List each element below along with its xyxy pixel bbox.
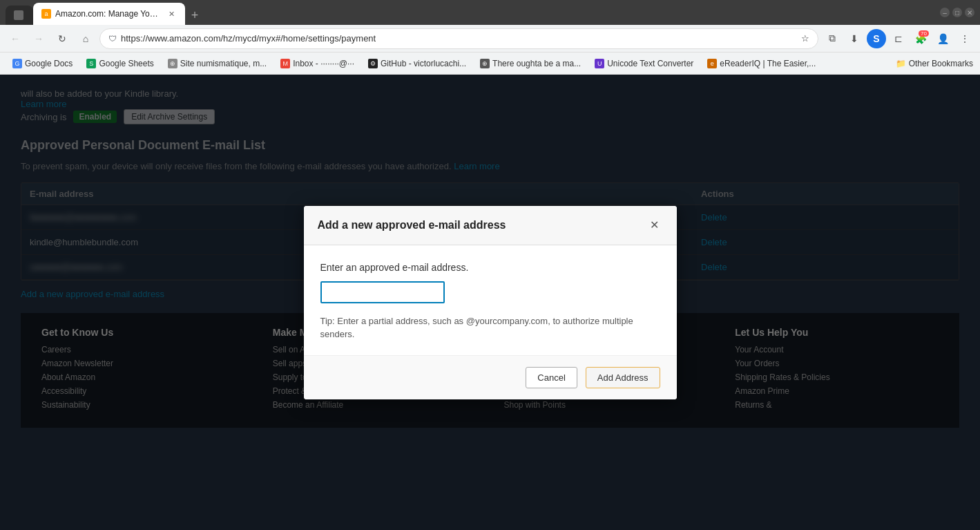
modal-body: Enter an approved e-mail address. Tip: E…	[304, 245, 677, 355]
bookmark-site[interactable]: ⊕ Site numismatique, m...	[162, 55, 272, 72]
extensions-puzzle-button[interactable]: 🧩 70	[911, 29, 930, 48]
tab-strip: a Amazon.com: Manage Your Co ✕ +	[6, 0, 204, 25]
new-tab-button[interactable]: +	[185, 6, 204, 25]
window-close[interactable]: ✕	[965, 8, 974, 17]
titlebar: a Amazon.com: Manage Your Co ✕ + – □ ✕	[0, 0, 980, 25]
home-button[interactable]: ⌂	[76, 29, 95, 48]
tab-inactive-1[interactable]	[6, 6, 33, 25]
navigation-toolbar: ← → ↻ ⌂ 🛡 https://www.amazon.com/hz/mycd…	[0, 25, 980, 53]
amazon-page-bg: will also be added to your Kindle librar…	[0, 75, 980, 530]
page-content: will also be added to your Kindle librar…	[0, 75, 980, 530]
site-icon: ⊕	[168, 59, 177, 68]
bookmark-ereader[interactable]: e eReaderIQ | The Easier,...	[702, 55, 821, 72]
bookmarks-bar: G Google Docs S Google Sheets ⊕ Site num…	[0, 53, 980, 75]
downloads-button[interactable]: ⬇	[845, 29, 864, 48]
star-icon: ☆	[801, 33, 809, 44]
cancel-button[interactable]: Cancel	[526, 367, 577, 388]
bookmark-gdocs[interactable]: G Google Docs	[7, 55, 78, 72]
address-text: https://www.amazon.com/hz/mycd/myx#/home…	[121, 33, 797, 44]
bookmark-there[interactable]: ⊕ There oughta be a ma...	[474, 55, 586, 72]
other-bookmarks[interactable]: 📁 Other Bookmarks	[896, 59, 973, 68]
modal-overlay: Add a new approved e-mail address ✕ Ente…	[0, 75, 980, 530]
extensions-button[interactable]: ⧉	[823, 29, 842, 48]
folder-icon: 📁	[896, 59, 906, 68]
add-email-modal: Add a new approved e-mail address ✕ Ente…	[304, 206, 677, 399]
more-button[interactable]: ⋮	[955, 29, 974, 48]
toolbar-right: ⧉ ⬇ S ⊏ 🧩 70 👤 ⋮	[823, 29, 974, 48]
other-bookmarks-label: Other Bookmarks	[909, 59, 973, 68]
bookmark-gsheets[interactable]: S Google Sheets	[81, 55, 159, 72]
window-maximize[interactable]: □	[952, 8, 962, 17]
bookmark-ereader-label: eReaderIQ | The Easier,...	[720, 59, 816, 68]
bookmark-gsheets-label: Google Sheets	[99, 59, 153, 68]
account-button[interactable]: 👤	[933, 29, 952, 48]
bookmark-inbox[interactable]: M Inbox - ········@···	[275, 55, 360, 72]
ereader-icon: e	[707, 59, 717, 68]
modal-header: Add a new approved e-mail address ✕	[304, 206, 677, 245]
tab-favicon-active: a	[41, 9, 51, 19]
share-button[interactable]: ⊏	[889, 29, 908, 48]
unicode-icon: U	[595, 59, 604, 68]
tab-favicon-inactive	[14, 10, 23, 20]
modal-tip: Tip: Enter a partial address, such as @y…	[320, 314, 660, 341]
bookmark-github[interactable]: ⚙ GitHub - victorlucachi...	[363, 55, 472, 72]
tab-title: Amazon.com: Manage Your Co	[55, 9, 162, 19]
email-input[interactable]	[320, 281, 445, 303]
profile-button[interactable]: S	[867, 29, 886, 48]
modal-label: Enter an approved e-mail address.	[320, 262, 660, 273]
badge-count: 70	[919, 30, 929, 37]
github-icon: ⚙	[368, 59, 378, 68]
bookmark-there-label: There oughta be a ma...	[492, 59, 581, 68]
tab-close-button[interactable]: ✕	[166, 8, 177, 19]
modal-footer: Cancel Add Address	[304, 355, 677, 399]
tab-active[interactable]: a Amazon.com: Manage Your Co ✕	[33, 3, 185, 25]
refresh-button[interactable]: ↻	[52, 29, 72, 48]
gsheets-icon: S	[86, 59, 96, 68]
add-address-button[interactable]: Add Address	[586, 367, 660, 388]
bookmark-site-label: Site numismatique, m...	[180, 59, 267, 68]
bookmark-inbox-label: Inbox - ········@···	[293, 59, 354, 68]
bookmark-github-label: GitHub - victorlucachi...	[381, 59, 466, 68]
address-bar[interactable]: 🛡 https://www.amazon.com/hz/mycd/myx#/ho…	[99, 28, 818, 49]
bookmark-unicode[interactable]: U Unicode Text Converter	[589, 55, 699, 72]
there-icon: ⊕	[480, 59, 490, 68]
gdocs-icon: G	[12, 59, 22, 68]
window-minimize[interactable]: –	[940, 8, 950, 17]
back-button[interactable]: ←	[6, 29, 25, 48]
window-controls: – □ ✕	[209, 8, 974, 17]
browser-frame: a Amazon.com: Manage Your Co ✕ + – □ ✕ ←…	[0, 0, 980, 530]
shield-icon: 🛡	[108, 34, 117, 44]
bookmark-unicode-label: Unicode Text Converter	[607, 59, 693, 68]
modal-close-button[interactable]: ✕	[646, 217, 663, 234]
modal-title: Add a new approved e-mail address	[318, 219, 506, 231]
forward-button[interactable]: →	[29, 29, 48, 48]
gmail-icon: M	[280, 59, 290, 68]
bookmark-gdocs-label: Google Docs	[25, 59, 73, 68]
